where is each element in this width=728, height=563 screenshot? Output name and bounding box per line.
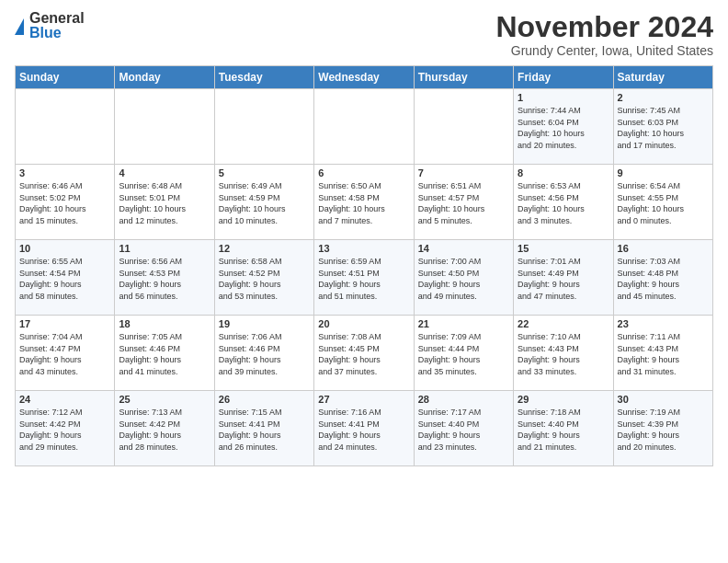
- day-info: Sunrise: 7:16 AM Sunset: 4:41 PM Dayligh…: [318, 407, 409, 453]
- day-cell: 28Sunrise: 7:17 AM Sunset: 4:40 PM Dayli…: [414, 391, 513, 466]
- location: Grundy Center, Iowa, United States: [495, 43, 713, 58]
- day-cell: 24Sunrise: 7:12 AM Sunset: 4:42 PM Dayli…: [16, 391, 115, 466]
- title-section: November 2024 Grundy Center, Iowa, Unite…: [495, 11, 713, 58]
- col-monday: Monday: [115, 66, 214, 89]
- month-title: November 2024: [495, 11, 713, 43]
- day-info: Sunrise: 7:11 AM Sunset: 4:43 PM Dayligh…: [618, 331, 709, 377]
- day-number: 12: [219, 243, 310, 254]
- day-cell: 12Sunrise: 6:58 AM Sunset: 4:52 PM Dayli…: [214, 240, 313, 316]
- day-number: 27: [318, 394, 409, 405]
- day-cell: 30Sunrise: 7:19 AM Sunset: 4:39 PM Dayli…: [613, 391, 712, 466]
- day-info: Sunrise: 6:50 AM Sunset: 4:58 PM Dayligh…: [318, 180, 409, 226]
- day-info: Sunrise: 6:56 AM Sunset: 4:53 PM Dayligh…: [119, 256, 210, 302]
- week-row-0: 1Sunrise: 7:44 AM Sunset: 6:04 PM Daylig…: [16, 89, 713, 165]
- day-number: 29: [518, 394, 609, 405]
- day-number: 28: [418, 394, 509, 405]
- day-cell: 26Sunrise: 7:15 AM Sunset: 4:41 PM Dayli…: [214, 391, 313, 466]
- col-friday: Friday: [514, 66, 613, 89]
- day-info: Sunrise: 7:09 AM Sunset: 4:44 PM Dayligh…: [418, 331, 509, 377]
- col-wednesday: Wednesday: [314, 66, 414, 89]
- week-row-2: 10Sunrise: 6:55 AM Sunset: 4:54 PM Dayli…: [16, 240, 713, 316]
- day-info: Sunrise: 6:55 AM Sunset: 4:54 PM Dayligh…: [19, 256, 110, 302]
- col-saturday: Saturday: [613, 66, 712, 89]
- day-number: 23: [618, 318, 709, 329]
- day-number: 24: [19, 394, 110, 405]
- day-number: 21: [418, 318, 509, 329]
- day-info: Sunrise: 6:46 AM Sunset: 5:02 PM Dayligh…: [19, 180, 110, 226]
- logo-area: General Blue: [15, 11, 85, 40]
- day-number: 18: [119, 318, 210, 329]
- day-info: Sunrise: 6:51 AM Sunset: 4:57 PM Dayligh…: [418, 180, 509, 226]
- day-cell: [115, 89, 214, 165]
- day-cell: 10Sunrise: 6:55 AM Sunset: 4:54 PM Dayli…: [16, 240, 115, 316]
- day-info: Sunrise: 7:04 AM Sunset: 4:47 PM Dayligh…: [19, 331, 110, 377]
- day-number: 19: [219, 318, 310, 329]
- day-cell: 17Sunrise: 7:04 AM Sunset: 4:47 PM Dayli…: [16, 316, 115, 391]
- day-number: 15: [518, 243, 609, 254]
- col-sunday: Sunday: [16, 66, 115, 89]
- day-info: Sunrise: 6:53 AM Sunset: 4:56 PM Dayligh…: [518, 180, 609, 226]
- day-cell: 1Sunrise: 7:44 AM Sunset: 6:04 PM Daylig…: [514, 89, 613, 165]
- day-cell: 29Sunrise: 7:18 AM Sunset: 4:40 PM Dayli…: [514, 391, 613, 466]
- day-cell: 9Sunrise: 6:54 AM Sunset: 4:55 PM Daylig…: [613, 165, 712, 240]
- week-row-1: 3Sunrise: 6:46 AM Sunset: 5:02 PM Daylig…: [16, 165, 713, 240]
- day-cell: 25Sunrise: 7:13 AM Sunset: 4:42 PM Dayli…: [115, 391, 214, 466]
- day-number: 2: [618, 92, 709, 103]
- day-cell: [314, 89, 414, 165]
- header: General Blue November 2024 Grundy Center…: [15, 11, 713, 58]
- day-info: Sunrise: 7:08 AM Sunset: 4:45 PM Dayligh…: [318, 331, 409, 377]
- day-number: 6: [318, 167, 409, 178]
- day-cell: 15Sunrise: 7:01 AM Sunset: 4:49 PM Dayli…: [514, 240, 613, 316]
- day-cell: 21Sunrise: 7:09 AM Sunset: 4:44 PM Dayli…: [414, 316, 513, 391]
- day-number: 9: [618, 167, 709, 178]
- day-number: 26: [219, 394, 310, 405]
- day-cell: 6Sunrise: 6:50 AM Sunset: 4:58 PM Daylig…: [314, 165, 414, 240]
- logo-name: General Blue: [29, 11, 85, 40]
- day-cell: 23Sunrise: 7:11 AM Sunset: 4:43 PM Dayli…: [613, 316, 712, 391]
- day-number: 20: [318, 318, 409, 329]
- day-cell: 5Sunrise: 6:49 AM Sunset: 4:59 PM Daylig…: [214, 165, 313, 240]
- calendar-header-row: Sunday Monday Tuesday Wednesday Thursday…: [16, 66, 713, 89]
- day-cell: 8Sunrise: 6:53 AM Sunset: 4:56 PM Daylig…: [514, 165, 613, 240]
- day-number: 16: [618, 243, 709, 254]
- day-cell: 27Sunrise: 7:16 AM Sunset: 4:41 PM Dayli…: [314, 391, 414, 466]
- col-thursday: Thursday: [414, 66, 513, 89]
- day-cell: [16, 89, 115, 165]
- day-cell: 3Sunrise: 6:46 AM Sunset: 5:02 PM Daylig…: [16, 165, 115, 240]
- day-number: 22: [518, 318, 609, 329]
- day-number: 10: [19, 243, 110, 254]
- day-number: 1: [518, 92, 609, 103]
- day-info: Sunrise: 7:45 AM Sunset: 6:03 PM Dayligh…: [618, 105, 709, 151]
- day-number: 4: [119, 167, 210, 178]
- day-number: 8: [518, 167, 609, 178]
- day-info: Sunrise: 7:13 AM Sunset: 4:42 PM Dayligh…: [119, 407, 210, 453]
- week-row-3: 17Sunrise: 7:04 AM Sunset: 4:47 PM Dayli…: [16, 316, 713, 391]
- day-info: Sunrise: 7:17 AM Sunset: 4:40 PM Dayligh…: [418, 407, 509, 453]
- day-info: Sunrise: 6:54 AM Sunset: 4:55 PM Dayligh…: [618, 180, 709, 226]
- day-number: 5: [219, 167, 310, 178]
- day-cell: 14Sunrise: 7:00 AM Sunset: 4:50 PM Dayli…: [414, 240, 513, 316]
- day-cell: 4Sunrise: 6:48 AM Sunset: 5:01 PM Daylig…: [115, 165, 214, 240]
- page: General Blue November 2024 Grundy Center…: [0, 0, 728, 563]
- day-cell: 13Sunrise: 6:59 AM Sunset: 4:51 PM Dayli…: [314, 240, 414, 316]
- day-info: Sunrise: 7:18 AM Sunset: 4:40 PM Dayligh…: [518, 407, 609, 453]
- day-cell: 11Sunrise: 6:56 AM Sunset: 4:53 PM Dayli…: [115, 240, 214, 316]
- day-info: Sunrise: 6:48 AM Sunset: 5:01 PM Dayligh…: [119, 180, 210, 226]
- day-cell: 16Sunrise: 7:03 AM Sunset: 4:48 PM Dayli…: [613, 240, 712, 316]
- day-number: 17: [19, 318, 110, 329]
- day-number: 3: [19, 167, 110, 178]
- day-cell: [214, 89, 313, 165]
- day-number: 13: [318, 243, 409, 254]
- day-info: Sunrise: 7:00 AM Sunset: 4:50 PM Dayligh…: [418, 256, 509, 302]
- day-cell: 2Sunrise: 7:45 AM Sunset: 6:03 PM Daylig…: [613, 89, 712, 165]
- day-info: Sunrise: 6:49 AM Sunset: 4:59 PM Dayligh…: [219, 180, 310, 226]
- day-info: Sunrise: 7:01 AM Sunset: 4:49 PM Dayligh…: [518, 256, 609, 302]
- col-tuesday: Tuesday: [214, 66, 313, 89]
- day-cell: 7Sunrise: 6:51 AM Sunset: 4:57 PM Daylig…: [414, 165, 513, 240]
- day-number: 25: [119, 394, 210, 405]
- day-number: 7: [418, 167, 509, 178]
- day-info: Sunrise: 7:15 AM Sunset: 4:41 PM Dayligh…: [219, 407, 310, 453]
- day-info: Sunrise: 7:10 AM Sunset: 4:43 PM Dayligh…: [518, 331, 609, 377]
- calendar: Sunday Monday Tuesday Wednesday Thursday…: [15, 65, 713, 466]
- day-info: Sunrise: 7:05 AM Sunset: 4:46 PM Dayligh…: [119, 331, 210, 377]
